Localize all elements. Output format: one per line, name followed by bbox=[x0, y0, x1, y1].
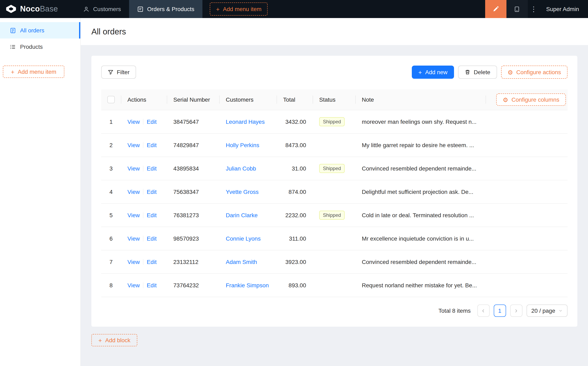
filter-button[interactable]: Filter bbox=[101, 66, 136, 79]
plus-icon: + bbox=[418, 69, 422, 75]
filter-icon bbox=[108, 69, 113, 75]
customer-link[interactable]: Holly Perkins bbox=[226, 142, 259, 148]
customer-link[interactable]: Adam Smith bbox=[226, 259, 257, 265]
customer-link[interactable]: Leonard Hayes bbox=[226, 118, 265, 125]
edit-link[interactable]: Edit bbox=[147, 142, 157, 148]
action-divider bbox=[143, 142, 143, 148]
status-badge: Shipped bbox=[319, 164, 345, 173]
add-menu-item-label: Add menu item bbox=[18, 69, 56, 75]
view-link[interactable]: View bbox=[128, 282, 140, 289]
serial-number-cell: 76381273 bbox=[167, 212, 219, 218]
add-block-button[interactable]: + Add block bbox=[91, 334, 137, 346]
action-divider bbox=[143, 236, 143, 241]
note-cell: Convinced resembled dependent remainde..… bbox=[355, 259, 567, 265]
edit-link[interactable]: Edit bbox=[147, 235, 157, 242]
delete-label: Delete bbox=[474, 69, 490, 76]
customer-link[interactable]: Yvette Gross bbox=[226, 189, 259, 195]
add-new-button[interactable]: + Add new bbox=[412, 66, 454, 79]
row-index: 2 bbox=[101, 142, 121, 148]
pagination-prev-button[interactable] bbox=[477, 305, 490, 317]
view-link[interactable]: View bbox=[128, 189, 140, 195]
sidebar-add-menu-item-button[interactable]: + Add menu item bbox=[3, 66, 64, 78]
status-badge: Shipped bbox=[319, 117, 345, 126]
view-link[interactable]: View bbox=[128, 212, 140, 218]
view-link[interactable]: View bbox=[128, 118, 140, 125]
view-link[interactable]: View bbox=[128, 259, 140, 265]
table-row: 5 ViewEdit 76381273 Darin Clarke 2232.00… bbox=[101, 204, 567, 227]
sidebar-item-all-orders[interactable]: All orders bbox=[0, 22, 80, 38]
add-block-label: Add block bbox=[105, 337, 130, 343]
view-link[interactable]: View bbox=[128, 165, 140, 172]
table-row: 2 ViewEdit 74829847 Holly Perkins 8473.0… bbox=[101, 134, 567, 157]
configure-columns-label: Configure columns bbox=[512, 96, 559, 103]
table-row: 6 ViewEdit 98570923 Connie Lyons 311.00 … bbox=[101, 227, 567, 251]
person-icon bbox=[83, 6, 90, 12]
customer-link[interactable]: Connie Lyons bbox=[226, 235, 261, 242]
page-size-select[interactable]: 20 / page bbox=[526, 305, 567, 317]
logo-icon bbox=[6, 5, 16, 14]
tab-label: Orders & Products bbox=[147, 6, 194, 12]
tab-customers[interactable]: Customers bbox=[75, 0, 129, 18]
tab-label: Customers bbox=[93, 6, 121, 12]
edit-link[interactable]: Edit bbox=[147, 118, 157, 125]
edit-link[interactable]: Edit bbox=[147, 189, 157, 195]
nocobase-logo[interactable]: NocoBase bbox=[0, 0, 65, 18]
tab-orders-products[interactable]: Orders & Products bbox=[129, 0, 203, 18]
row-actions: ViewEdit bbox=[121, 189, 167, 195]
view-link[interactable]: View bbox=[128, 235, 140, 242]
note-cell: Delightful met sufficient projection ask… bbox=[355, 189, 567, 195]
orders-table-block: Filter + Add new bbox=[91, 56, 577, 327]
plus-icon: + bbox=[11, 69, 15, 75]
edit-link[interactable]: Edit bbox=[147, 212, 157, 218]
customer-link[interactable]: Darin Clarke bbox=[226, 212, 258, 218]
more-menu-button[interactable]: ⋮ bbox=[528, 0, 540, 18]
tablet-preview-button[interactable] bbox=[506, 0, 528, 18]
pagination-page-1-button[interactable]: 1 bbox=[494, 305, 506, 317]
plus-icon: + bbox=[216, 6, 220, 12]
edit-link[interactable]: Edit bbox=[147, 282, 157, 289]
chevron-down-icon bbox=[558, 309, 563, 313]
total-cell: 3432.00 bbox=[277, 118, 313, 125]
sidebar: All orders Products + Add menu item bbox=[0, 18, 81, 366]
orders-table: Actions Serial Number Customers Total St… bbox=[101, 89, 567, 297]
serial-number-cell: 98570923 bbox=[167, 235, 219, 242]
page-header: All orders bbox=[81, 18, 588, 45]
pagination: Total 8 items 1 bbox=[101, 305, 567, 317]
edit-link[interactable]: Edit bbox=[147, 259, 157, 265]
total-cell: 31.00 bbox=[277, 165, 313, 172]
filter-label: Filter bbox=[117, 69, 129, 76]
table-row: 1 ViewEdit 38475647 Leonard Hayes 3432.0… bbox=[101, 110, 567, 134]
trash-icon bbox=[465, 69, 470, 75]
customer-link[interactable]: Frankie Simpson bbox=[226, 282, 269, 289]
total-cell: 874.00 bbox=[277, 189, 313, 195]
action-divider bbox=[143, 259, 143, 265]
column-header-note: Note bbox=[355, 89, 486, 110]
table-row: 4 ViewEdit 75638347 Yvette Gross 874.00 … bbox=[101, 180, 567, 204]
ui-editor-button[interactable] bbox=[485, 0, 506, 18]
note-cell: Mr excellence inquietude conviction is i… bbox=[355, 235, 567, 242]
customer-link[interactable]: Julian Cobb bbox=[226, 165, 256, 172]
edit-link[interactable]: Edit bbox=[147, 165, 157, 172]
orders-icon bbox=[10, 27, 16, 33]
sidebar-item-products[interactable]: Products bbox=[0, 38, 80, 55]
action-divider bbox=[143, 166, 143, 171]
view-link[interactable]: View bbox=[128, 142, 140, 148]
user-name: Super Admin bbox=[546, 6, 579, 12]
select-all-checkbox[interactable] bbox=[107, 96, 115, 103]
column-header-serial-number: Serial Number bbox=[167, 89, 219, 110]
serial-number-cell: 74829847 bbox=[167, 142, 219, 148]
delete-button[interactable]: Delete bbox=[458, 66, 497, 79]
row-index: 4 bbox=[101, 189, 121, 195]
configure-columns-button[interactable]: ⚙ Configure columns bbox=[496, 93, 566, 106]
row-actions: ViewEdit bbox=[121, 235, 167, 242]
add-menu-item-label: Add menu item bbox=[223, 6, 261, 12]
brand-name: NocoBase bbox=[20, 5, 58, 14]
top-bar: NocoBase Customers Orders & Products + bbox=[0, 0, 588, 18]
serial-number-cell: 75638347 bbox=[167, 189, 219, 195]
configure-actions-button[interactable]: ⚙ Configure actions bbox=[501, 66, 567, 79]
topbar-add-menu-item-button[interactable]: + Add menu item bbox=[210, 2, 268, 15]
serial-number-cell: 23132112 bbox=[167, 259, 219, 265]
pagination-next-button[interactable] bbox=[510, 305, 522, 317]
user-menu[interactable]: Super Admin bbox=[540, 0, 588, 18]
configure-actions-label: Configure actions bbox=[516, 69, 561, 76]
